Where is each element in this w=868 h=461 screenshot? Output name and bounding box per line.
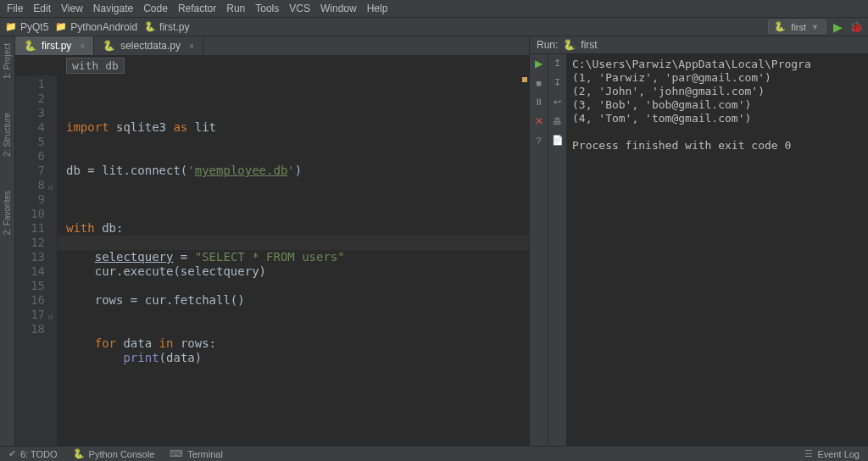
python-icon: 🐍 bbox=[774, 21, 786, 32]
scope-bar: with db bbox=[15, 56, 529, 75]
python-icon: 🐍 bbox=[144, 21, 156, 32]
run-header-title: first bbox=[581, 39, 597, 51]
code-line[interactable] bbox=[66, 322, 529, 336]
scroll-to-end-button[interactable]: ↧ bbox=[554, 77, 561, 88]
run-header-prefix: Run: bbox=[537, 39, 558, 51]
event-log-icon: ☰ bbox=[804, 448, 813, 459]
code-line[interactable]: rows = cur.fetchall() bbox=[66, 293, 529, 308]
status-todo[interactable]: ✔ 6: TODO bbox=[8, 448, 58, 459]
code-line[interactable] bbox=[66, 192, 529, 207]
close-run-button[interactable]: ✕ bbox=[535, 115, 543, 127]
help-button[interactable]: ? bbox=[536, 136, 541, 146]
menu-navigate[interactable]: Navigate bbox=[93, 3, 133, 14]
menu-edit[interactable]: Edit bbox=[33, 3, 51, 14]
editor-tab[interactable]: 🐍first.py× bbox=[15, 36, 94, 55]
menu-run[interactable]: Run bbox=[226, 3, 245, 14]
breadcrumb-item[interactable]: 📁PyQt5 bbox=[5, 21, 48, 33]
fold-toggle-icon[interactable]: ⊟ bbox=[48, 181, 53, 195]
rerun-button[interactable]: ▶ bbox=[535, 58, 542, 69]
scroll-to-top-button[interactable]: ↥ bbox=[554, 58, 561, 69]
folder-icon: 📁 bbox=[55, 21, 67, 32]
debug-button[interactable]: 🐞 bbox=[849, 20, 863, 33]
close-tab-icon[interactable]: × bbox=[80, 42, 85, 51]
code-line[interactable]: db = lit.connect('myemployee.db') bbox=[66, 164, 529, 178]
menu-code[interactable]: Code bbox=[143, 3, 168, 14]
code-line[interactable] bbox=[66, 308, 529, 322]
terminal-icon: ⌨ bbox=[170, 448, 183, 459]
python-icon: 🐍 bbox=[24, 40, 36, 52]
status-event-log[interactable]: ☰ Event Log bbox=[804, 448, 860, 459]
menu-refactor[interactable]: Refactor bbox=[178, 3, 216, 14]
left-tool-strip: 1: Project2: Structure2: Favorites bbox=[0, 36, 15, 446]
editor-pane: 🐍first.py×🐍selectdata.py× with db 123456… bbox=[15, 36, 529, 446]
right-margin-marker bbox=[522, 77, 527, 82]
menu-file[interactable]: File bbox=[7, 3, 23, 14]
menubar: FileEditViewNavigateCodeRefactorRunTools… bbox=[0, 0, 868, 18]
code-line[interactable]: import sqlite3 as lit bbox=[66, 120, 529, 135]
line-number-gutter: 123456789101112131415161718 bbox=[15, 75, 58, 446]
run-config-label: first bbox=[791, 22, 806, 32]
menu-view[interactable]: View bbox=[61, 3, 83, 14]
print-button[interactable]: 🖶 bbox=[553, 116, 562, 126]
code-line[interactable] bbox=[66, 365, 529, 380]
code-line[interactable] bbox=[66, 279, 529, 293]
scope-chip: with db bbox=[66, 58, 125, 74]
soft-wrap-button[interactable]: ↩ bbox=[554, 97, 561, 108]
todo-icon: ✔ bbox=[8, 448, 16, 459]
main-area: 1: Project2: Structure2: Favorites 🐍firs… bbox=[0, 36, 868, 446]
code-line[interactable] bbox=[66, 207, 529, 221]
run-configuration-selector[interactable]: 🐍 first ▼ bbox=[768, 19, 826, 34]
stop-button[interactable]: ■ bbox=[536, 78, 542, 88]
run-side-toolbar: ▶ ■ ⏸ ✕ ? bbox=[530, 54, 548, 446]
pause-button[interactable]: ⏸ bbox=[534, 97, 543, 107]
breadcrumbs: 📁PyQt5📁PythonAndroid🐍first.py bbox=[5, 21, 189, 33]
navbar: 📁PyQt5📁PythonAndroid🐍first.py 🐍 first ▼ … bbox=[0, 18, 868, 36]
close-tab-icon[interactable]: × bbox=[189, 42, 194, 51]
code-area[interactable]: 123456789101112131415161718 import sqlit… bbox=[15, 75, 529, 446]
menu-vcs[interactable]: VCS bbox=[289, 3, 310, 14]
tool-window-button[interactable]: 1: Project bbox=[3, 43, 12, 79]
tool-window-button[interactable]: 2: Favorites bbox=[3, 191, 12, 235]
statusbar: ✔ 6: TODO 🐍 Python Console ⌨ Terminal ☰ … bbox=[0, 446, 868, 461]
clear-button[interactable]: 📄 bbox=[552, 135, 564, 146]
code-line[interactable]: for data in rows: bbox=[66, 336, 529, 351]
menu-help[interactable]: Help bbox=[367, 3, 388, 14]
code-line[interactable] bbox=[66, 149, 529, 164]
code-line[interactable]: selectquery = "SELECT * FROM users" bbox=[66, 250, 529, 264]
console-output[interactable]: C:\Users\Parwiz\AppData\Local\Progra (1,… bbox=[567, 54, 868, 446]
run-side-toolbar-2: ↥ ↧ ↩ 🖶 📄 bbox=[548, 54, 567, 446]
code-text[interactable]: import sqlite3 as litdb = lit.connect('m… bbox=[58, 75, 529, 446]
code-line[interactable]: cur.execute(selectquery) bbox=[66, 264, 529, 279]
run-tool-window: Run: 🐍 first ▶ ■ ⏸ ✕ ? ↥ ↧ ↩ 🖶 📄 C:\User… bbox=[529, 36, 868, 446]
status-terminal[interactable]: ⌨ Terminal bbox=[170, 448, 223, 459]
dropdown-arrow-icon: ▼ bbox=[811, 23, 819, 31]
code-line[interactable] bbox=[66, 135, 529, 149]
code-line[interactable] bbox=[66, 178, 529, 192]
breadcrumb-item[interactable]: 📁PythonAndroid bbox=[55, 21, 137, 33]
menu-tools[interactable]: Tools bbox=[255, 3, 279, 14]
run-button[interactable]: ▶ bbox=[833, 20, 843, 34]
python-console-icon: 🐍 bbox=[73, 448, 85, 459]
editor-tabs: 🐍first.py×🐍selectdata.py× bbox=[15, 36, 529, 56]
python-icon: 🐍 bbox=[103, 40, 115, 52]
status-python-console[interactable]: 🐍 Python Console bbox=[73, 448, 155, 459]
run-header: Run: 🐍 first bbox=[530, 36, 868, 54]
menu-window[interactable]: Window bbox=[320, 3, 357, 14]
fold-toggle-icon[interactable]: ⊟ bbox=[48, 310, 53, 325]
python-icon: 🐍 bbox=[563, 39, 576, 51]
tool-window-button[interactable]: 2: Structure bbox=[3, 113, 12, 157]
code-line[interactable]: with db: bbox=[66, 221, 529, 236]
code-line[interactable]: print(data) bbox=[66, 351, 529, 365]
editor-tab[interactable]: 🐍selectdata.py× bbox=[94, 36, 203, 55]
folder-icon: 📁 bbox=[5, 21, 17, 32]
breadcrumb-item[interactable]: 🐍first.py bbox=[144, 21, 189, 33]
